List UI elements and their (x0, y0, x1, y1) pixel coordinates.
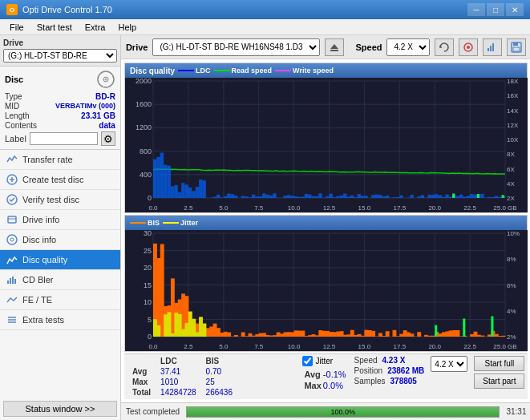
toolbar: Drive (G:) HL-DT-ST BD-RE WH16NS48 1.D3 … (121, 35, 530, 59)
disc-contents-row: Contents data (5, 121, 115, 130)
nav-fe-te-label: FE / TE (22, 295, 52, 305)
toolbar-speed-select[interactable]: 4.2 X (386, 38, 430, 56)
disc-section-label: Disc (5, 75, 23, 84)
settings-button2[interactable] (483, 38, 502, 56)
label-input[interactable] (30, 132, 98, 145)
svg-rect-13 (12, 277, 14, 284)
col-header-empty (127, 356, 156, 366)
read-speed-color (214, 70, 230, 71)
nav-disc-info[interactable]: Disc info (0, 230, 120, 250)
nav-fe-te[interactable]: FE / TE (0, 290, 120, 310)
maximize-button[interactable]: □ (487, 3, 504, 16)
label-button[interactable]: ⚙ (101, 131, 115, 146)
settings-button1[interactable] (459, 38, 478, 56)
contents-label: Contents (5, 121, 37, 130)
toolbar-drive-select[interactable]: (G:) HL-DT-ST BD-RE WH16NS48 1.D3 (152, 38, 320, 56)
sidebar: Drive (G:) HL-DT-ST BD-RE Disc Type BD-R (0, 35, 121, 420)
eject-button[interactable] (325, 38, 344, 56)
jitter-stats: Jitter Avg -0.1% Max 0.0% (302, 356, 347, 392)
disc-length-row: Length 23.31 GB (5, 111, 115, 120)
menu-start-test[interactable]: Start test (30, 21, 79, 34)
progress-bar: 100.0% (186, 406, 500, 418)
total-label: Total (127, 387, 156, 398)
statusbar: Test completed 100.0% 31:31 (121, 402, 530, 420)
max-bis: 25 (201, 377, 237, 387)
start-full-button[interactable]: Start full (474, 356, 524, 371)
svg-point-2 (104, 79, 107, 81)
nav-cd-bler[interactable]: CD Bler (0, 270, 120, 290)
disc-type-row: Type BD-R (5, 92, 115, 101)
col-header-bis: BIS (201, 356, 237, 366)
fe-te-icon (6, 294, 18, 305)
chart1-canvas (125, 78, 528, 212)
app-title: Opti Drive Control 1.70 (22, 5, 112, 14)
chart1-inner (125, 78, 528, 212)
disc-icon (96, 70, 115, 89)
svg-rect-23 (490, 46, 492, 51)
disc-header: Disc (5, 70, 115, 89)
avg-label: Avg (127, 366, 156, 377)
speed-info: Speed 4.23 X Position 23862 MB Samples 3… (354, 356, 425, 386)
total-bis: 266436 (201, 387, 237, 398)
chart2-container: BIS Jitter (124, 215, 528, 352)
status-window-button[interactable]: Status window >> (3, 401, 117, 417)
status-text: Test completed (126, 407, 180, 416)
refresh-button[interactable] (435, 38, 454, 56)
position-row: Position 23862 MB (354, 366, 425, 375)
col-header-ldc: LDC (156, 356, 201, 366)
save-button[interactable] (507, 38, 526, 56)
menu-extra[interactable]: Extra (79, 21, 112, 34)
chart1-title: Disc quality (130, 67, 175, 75)
nav-extra-tests[interactable]: Extra tests (0, 310, 120, 330)
nav-list: Transfer rate Create test disc Verify te… (0, 150, 120, 398)
nav-transfer-rate[interactable]: Transfer rate (0, 150, 120, 170)
chart1-title-bar: Disc quality LDC Read speed Write speed (125, 63, 528, 78)
svg-point-9 (7, 235, 17, 244)
close-button[interactable]: ✕ (506, 3, 524, 16)
toolbar-drive-label: Drive (126, 42, 148, 52)
avg-bis: 0.70 (201, 366, 237, 377)
nav-transfer-rate-label: Transfer rate (22, 155, 73, 164)
nav-create-test-disc[interactable]: Create test disc (0, 170, 120, 190)
type-value: BD-R (95, 92, 115, 101)
speed-row: Speed 4.23 X (354, 356, 425, 365)
speed-dropdown[interactable]: 4.2 X (431, 356, 467, 372)
menubar: File Start test Extra Help (0, 19, 530, 35)
jitter-label-text: Jitter (315, 357, 333, 365)
mid-value: VERBATIMv (000) (55, 102, 115, 111)
jitter-checkbox[interactable] (302, 356, 313, 366)
svg-rect-26 (513, 42, 518, 46)
max-jitter-row: Max (304, 381, 321, 390)
cd-bler-icon (6, 274, 18, 285)
length-label: Length (5, 111, 30, 120)
max-label: Max (127, 377, 156, 387)
write-speed-label: Write speed (293, 67, 334, 75)
legend-read-speed: Read speed (214, 67, 273, 75)
start-part-button[interactable]: Start part (474, 374, 524, 389)
chart2-canvas (125, 230, 528, 351)
jitter-label: Jitter (180, 219, 198, 227)
sidebar-drive-select[interactable]: (G:) HL-DT-ST BD-RE (3, 49, 117, 63)
disc-label-row: Label ⚙ (5, 131, 115, 146)
transfer-rate-icon (6, 154, 18, 165)
menu-help[interactable]: Help (111, 21, 143, 34)
nav-drive-info[interactable]: Drive info (0, 210, 120, 230)
legend-bis: BIS (130, 219, 160, 227)
legend-jitter: Jitter (163, 219, 198, 227)
nav-verify-test-disc-label: Verify test disc (22, 195, 79, 204)
menu-file[interactable]: File (3, 21, 30, 34)
svg-rect-11 (7, 281, 9, 284)
nav-verify-test-disc[interactable]: Verify test disc (0, 190, 120, 210)
window-controls: ─ □ ✕ (467, 3, 524, 16)
minimize-button[interactable]: ─ (467, 3, 485, 16)
titlebar-left: O Opti Drive Control 1.70 (6, 4, 112, 15)
nav-disc-quality[interactable]: Disc quality (0, 250, 120, 270)
stats-area: LDC BIS Avg 37.41 0.70 Max 1010 25 (124, 353, 528, 399)
drive-label: Drive (3, 38, 117, 47)
svg-marker-18 (330, 44, 338, 49)
content-area: Drive (G:) HL-DT-ST BD-RE WH16NS48 1.D3 … (121, 35, 530, 420)
nav-disc-info-label: Disc info (22, 235, 56, 244)
jitter-table: Avg -0.1% Max 0.0% (302, 368, 347, 392)
disc-icon-toolbar (463, 42, 474, 53)
bis-label: BIS (148, 219, 160, 227)
